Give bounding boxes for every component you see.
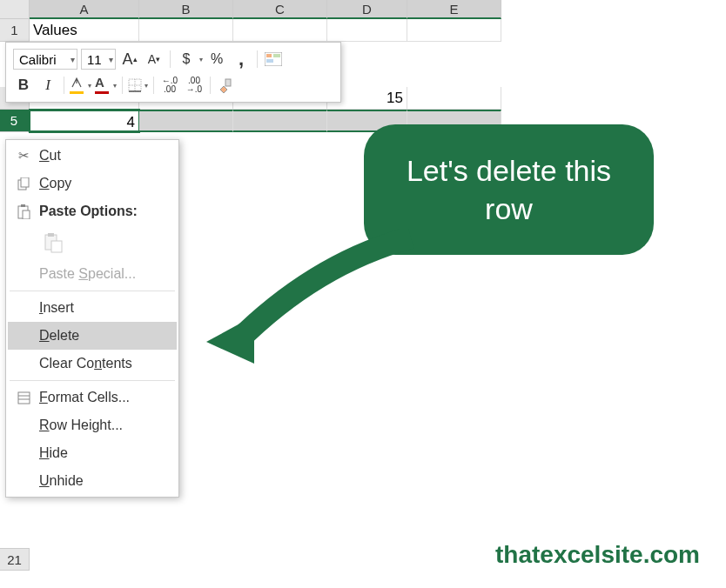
chevron-down-icon: ▾ xyxy=(109,55,113,64)
scissors-icon: ✂ xyxy=(8,142,39,170)
row-header-5[interactable]: 5 xyxy=(0,110,30,132)
cell-partial-e[interactable] xyxy=(407,87,501,110)
cell-c5[interactable] xyxy=(233,110,327,132)
col-header-d[interactable]: D xyxy=(327,0,407,19)
menu-separator xyxy=(10,380,175,381)
cell-a1[interactable]: Values xyxy=(30,19,139,42)
cell-e1[interactable] xyxy=(407,19,501,42)
select-all-corner[interactable] xyxy=(0,0,30,19)
separator xyxy=(170,50,171,68)
format-painter-button[interactable] xyxy=(216,75,237,96)
col-header-e[interactable]: E xyxy=(407,0,501,19)
font-size-select[interactable]: 11 ▾ xyxy=(81,49,116,70)
italic-button[interactable]: I xyxy=(37,75,58,96)
menu-separator xyxy=(10,291,175,291)
cell-d1[interactable] xyxy=(327,19,407,42)
separator xyxy=(210,77,211,94)
decrease-decimal-button[interactable]: .00→.0 xyxy=(184,75,205,96)
paste-default-icon[interactable] xyxy=(39,229,67,257)
menu-delete[interactable]: Delete xyxy=(8,322,177,350)
menu-format-cells[interactable]: Format Cells... xyxy=(8,384,177,411)
copy-icon xyxy=(8,170,39,197)
comma-button[interactable]: , xyxy=(231,49,252,70)
increase-font-button[interactable]: A▴ xyxy=(119,49,140,70)
bold-button[interactable]: B xyxy=(13,75,34,96)
svg-rect-17 xyxy=(18,392,30,404)
chevron-down-icon: ▾ xyxy=(71,55,75,64)
chevron-down-icon: ▾ xyxy=(198,56,203,63)
chevron-down-icon: ▾ xyxy=(86,82,91,90)
cell-a5[interactable]: 4 xyxy=(30,110,139,132)
percent-button[interactable]: % xyxy=(206,49,227,70)
menu-clear-contents[interactable]: Clear Contents xyxy=(8,350,177,378)
svg-rect-16 xyxy=(51,241,62,252)
row-1: 1 Values xyxy=(0,19,522,42)
separator xyxy=(64,77,64,94)
separator xyxy=(122,77,123,94)
toolbar-row-1: Calibri ▾ 11 ▾ A▴ A▾ $ ▾ % , xyxy=(13,46,333,72)
conditional-format-button[interactable] xyxy=(263,49,284,70)
cell-b5[interactable] xyxy=(139,110,233,132)
svg-rect-2 xyxy=(273,54,280,57)
row-header-1[interactable]: 1 xyxy=(0,19,30,42)
svg-rect-15 xyxy=(48,233,54,237)
decrease-font-button[interactable]: A▾ xyxy=(144,49,165,70)
svg-rect-12 xyxy=(21,204,25,207)
callout-arrow-icon xyxy=(193,229,420,368)
separator xyxy=(257,50,258,68)
chevron-down-icon: ▾ xyxy=(143,82,148,90)
col-header-c[interactable]: C xyxy=(233,0,327,19)
watermark-text: thatexcelsite.com xyxy=(495,541,700,569)
clipboard-icon xyxy=(8,197,39,225)
col-header-a[interactable]: A xyxy=(30,0,139,19)
row-21: 21 xyxy=(0,548,30,571)
svg-rect-1 xyxy=(266,54,272,57)
cell-b1[interactable] xyxy=(139,19,233,42)
font-name-value: Calibri xyxy=(19,52,57,67)
increase-decimal-button[interactable]: ←.0.00 xyxy=(159,75,180,96)
svg-rect-8 xyxy=(225,79,231,86)
svg-rect-13 xyxy=(23,210,30,219)
callout-text: Let's delete this row xyxy=(381,151,636,228)
menu-copy[interactable]: Copy xyxy=(8,170,177,197)
format-cells-icon xyxy=(8,384,39,411)
row-header-21[interactable]: 21 xyxy=(0,548,30,571)
annotation-callout: Let's delete this row xyxy=(364,124,654,255)
menu-cut[interactable]: ✂ Cut xyxy=(8,142,177,170)
cell-c1[interactable] xyxy=(233,19,327,42)
menu-insert[interactable]: Insert xyxy=(8,294,177,322)
toolbar-row-2: B I ▾ A ▾ ▾ ←.0.00 .00→.0 xyxy=(13,72,333,98)
separator xyxy=(153,77,154,94)
menu-row-height[interactable]: Row Height... xyxy=(8,411,177,439)
menu-unhide[interactable]: Unhide xyxy=(8,467,177,495)
paste-options-row xyxy=(8,225,177,260)
mini-toolbar: Calibri ▾ 11 ▾ A▴ A▾ $ ▾ % , B I xyxy=(5,42,341,103)
borders-button[interactable]: ▾ xyxy=(128,78,148,92)
column-headers-row: A B C D E xyxy=(0,0,522,19)
chevron-down-icon: ▾ xyxy=(111,82,117,90)
menu-paste-options: Paste Options: xyxy=(8,197,177,225)
fill-color-button[interactable]: ▾ xyxy=(70,77,91,94)
menu-paste-special: Paste Special... xyxy=(8,260,177,288)
currency-button[interactable]: $ ▾ xyxy=(176,49,203,70)
menu-hide[interactable]: Hide xyxy=(8,439,177,467)
font-name-select[interactable]: Calibri ▾ xyxy=(13,49,77,70)
context-menu: ✂ Cut Copy Paste Options: Paste Special.… xyxy=(5,139,179,498)
svg-rect-10 xyxy=(21,177,29,187)
font-size-value: 11 xyxy=(87,52,102,67)
col-header-b[interactable]: B xyxy=(139,0,233,19)
svg-rect-3 xyxy=(266,59,273,63)
font-color-button[interactable]: A ▾ xyxy=(95,77,117,94)
